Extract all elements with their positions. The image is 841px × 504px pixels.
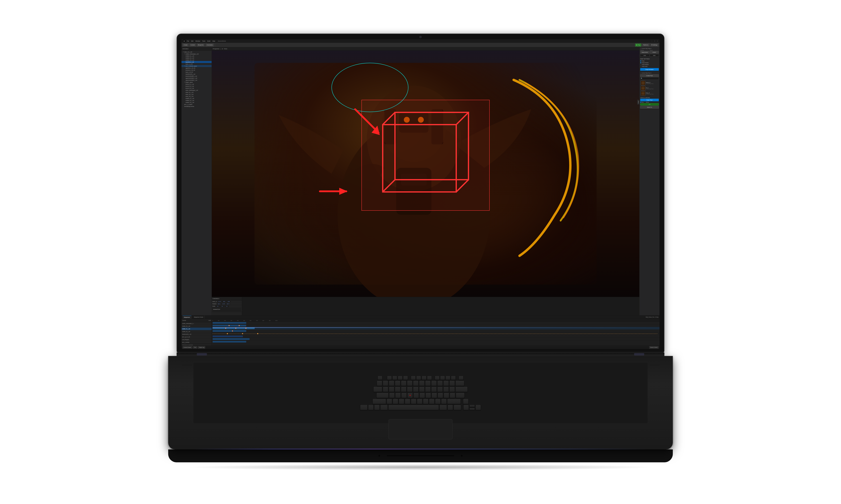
track-item[interactable]: mobile_metacarpal_l_c... (182, 322, 211, 325)
key-open-bracket[interactable] (443, 386, 449, 392)
tree-item[interactable]: ShowBodyControls (182, 105, 211, 107)
tree-item[interactable]: upperArmRoll01_l_ctrl (182, 77, 211, 79)
key-f2[interactable] (392, 376, 397, 380)
key-8[interactable] (425, 380, 431, 386)
tree-item[interactable]: thumb_03_l_ctrl (182, 87, 211, 89)
menu-build[interactable]: Build (207, 40, 210, 42)
key-f4[interactable] (403, 376, 408, 380)
tree-item[interactable]: arm_l_b_switch (182, 103, 211, 105)
play-button[interactable]: ▶ Play (635, 43, 641, 47)
tree-item[interactable]: lowerarm_l_fk_ctrl (182, 69, 211, 71)
key-m[interactable] (423, 399, 428, 404)
track-item[interactable]: arm_l_pc_lr_ctrl (182, 336, 211, 338)
key-w[interactable] (389, 386, 394, 392)
key-capslock[interactable] (376, 393, 389, 398)
tree-item[interactable]: thumb_01_l_ctrl (182, 83, 211, 85)
tree-item[interactable]: hand_l_fk_ctrl (182, 71, 211, 73)
key-t[interactable] (407, 386, 412, 392)
key-e[interactable] (395, 386, 400, 392)
key-slash[interactable] (441, 399, 447, 404)
channel-x[interactable]: 12.74 (218, 301, 222, 302)
snap-checkbox[interactable] (640, 60, 641, 61)
pose-item-roll[interactable]: roll_1 Control Rig Pose (641, 86, 658, 91)
key-comma[interactable] (429, 399, 434, 404)
track-item[interactable]: middle_02_l_ctrl (182, 325, 211, 328)
track-item[interactable]: arm_l_controls (182, 341, 211, 344)
key-ctrl-r[interactable] (453, 405, 461, 410)
platforms-button[interactable]: Platforms (642, 43, 650, 47)
tree-item[interactable]: middle_02_l_ctrl (182, 57, 211, 59)
key-1[interactable] (383, 380, 388, 386)
key-z[interactable] (387, 399, 392, 404)
tree-item[interactable]: middle_03_l_ctrl (182, 59, 211, 61)
sequencer-tab[interactable]: Sequencer (183, 316, 191, 319)
key-v[interactable] (405, 399, 410, 404)
channel-z[interactable]: 1.0 (225, 306, 229, 307)
menu-window[interactable]: Window (195, 40, 200, 42)
tree-item[interactable]: ▼ index_01_l_ctrl (182, 51, 211, 53)
key-s[interactable] (395, 393, 401, 398)
child-button[interactable]: CHILD (650, 51, 659, 54)
tree-item[interactable]: ▼ arm_l_controls_space (182, 65, 211, 67)
trackpad[interactable] (389, 419, 452, 439)
paste-pose-button[interactable]: Paste Pose (640, 98, 659, 101)
key-0[interactable] (437, 380, 443, 386)
key-j[interactable] (426, 393, 431, 398)
key-5[interactable] (407, 380, 412, 386)
mirror-checkbox[interactable] (645, 102, 646, 103)
key-equals[interactable] (449, 380, 455, 386)
close-button[interactable]: × (656, 40, 658, 42)
key-alt[interactable] (380, 405, 388, 410)
snap-scale-checkbox[interactable] (640, 66, 641, 67)
timeline-track[interactable] (212, 330, 659, 332)
key-apostrophe[interactable] (450, 393, 455, 398)
menu-edit[interactable]: Edit (191, 40, 193, 42)
channel-z[interactable]: 0.03 (226, 301, 230, 302)
track-item[interactable]: handInnor03_l_ctrl (182, 333, 211, 336)
maximize-button[interactable]: □ (654, 40, 655, 42)
key-esc[interactable] (378, 376, 382, 380)
key-p[interactable] (437, 386, 443, 392)
key-o[interactable] (431, 386, 437, 392)
key-menu[interactable] (448, 405, 453, 410)
key-x[interactable] (393, 399, 398, 404)
key-u[interactable] (419, 386, 425, 392)
key-f3[interactable] (398, 376, 402, 380)
tree-item[interactable]: lowerArmRoll02_l_ctrl (182, 75, 211, 77)
key-return[interactable] (456, 386, 468, 392)
key-g[interactable] (413, 393, 419, 398)
snap-position-checkbox[interactable] (640, 62, 641, 63)
pose-search-bar[interactable]: 🔍 (640, 77, 659, 79)
tree-item-selected[interactable]: handInnor_l_ctrl (182, 61, 211, 63)
show-btn[interactable]: Show (224, 48, 227, 50)
settings-button[interactable]: ⚙ Settings (650, 43, 658, 47)
source-control-button[interactable]: Source Control (649, 346, 658, 348)
tree-item[interactable]: hand_l_b_ctrl (182, 63, 211, 65)
rig-field-2[interactable]: 0096 (650, 54, 659, 57)
key-left-shift[interactable] (373, 399, 386, 404)
tree-item[interactable]: thumb_02_l_ctrl (182, 85, 211, 87)
timeline-track[interactable] (212, 338, 659, 340)
key-space[interactable] (388, 405, 439, 410)
channel-row[interactable]: Rotation 89.41 13.76 65.74 (212, 303, 242, 305)
key-enter[interactable] (456, 393, 465, 398)
key-f[interactable] (407, 393, 413, 398)
tree-item[interactable]: index_01_l_ctrl (182, 91, 211, 93)
timeline-track[interactable] (212, 332, 659, 335)
snap-position-row[interactable]: Snap Position (640, 62, 659, 64)
key-right[interactable] (476, 405, 481, 410)
channel-z[interactable]: 65.74 (226, 303, 230, 305)
pose-item-attack[interactable]: Attack_R Control Rig Pose (641, 80, 658, 85)
timeline-track[interactable] (212, 322, 659, 324)
key-q[interactable] (383, 386, 388, 392)
tree-item[interactable]: upperArmRoll02_l_ctrl (182, 79, 211, 81)
key-d[interactable] (401, 393, 407, 398)
key-f6[interactable] (416, 376, 421, 380)
key-fn[interactable] (368, 405, 374, 410)
lit-btn[interactable]: Lit (222, 48, 223, 50)
key-alt-r[interactable] (440, 405, 447, 410)
menu-tools[interactable]: Tools (202, 40, 205, 42)
blueprints-button[interactable]: Blueprints (197, 43, 205, 47)
timeline[interactable]: 0100200300 400500600700 8009001000 (212, 319, 659, 346)
key-right-shift[interactable] (447, 399, 461, 404)
